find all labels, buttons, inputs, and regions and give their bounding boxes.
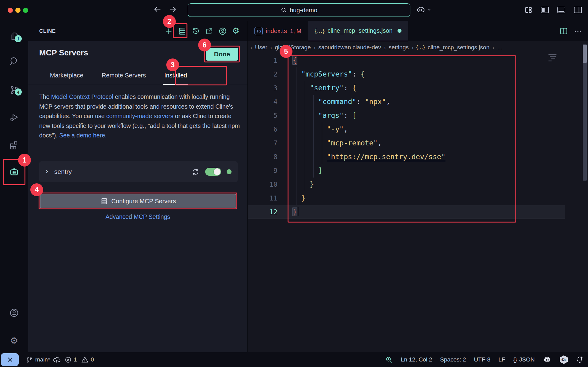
- restart-server-icon[interactable]: [191, 168, 200, 176]
- cline-extension-icon[interactable]: [7, 165, 21, 179]
- editor-scrollbar-thumb[interactable]: [583, 45, 587, 63]
- scm-badge: 4: [15, 88, 22, 95]
- git-branch-status[interactable]: main*: [26, 356, 61, 363]
- server-name: sentry: [54, 168, 72, 175]
- toggle-panel-icon[interactable]: [557, 6, 566, 14]
- code-line[interactable]: 1{: [248, 54, 565, 67]
- chevron-right-icon: ›: [384, 44, 386, 51]
- encoding-setting[interactable]: UTF-8: [474, 356, 491, 363]
- command-center-search[interactable]: bug-demo: [188, 3, 410, 17]
- advanced-mcp-settings-link[interactable]: Advanced MCP Settings: [28, 213, 247, 220]
- code-line[interactable]: 5 "args": [: [248, 109, 565, 122]
- server-enabled-toggle[interactable]: [205, 168, 221, 176]
- split-editor-icon[interactable]: [560, 27, 568, 35]
- code-line[interactable]: 9 ]: [248, 164, 565, 178]
- account-icon[interactable]: [218, 27, 227, 36]
- hexagon-extension-icon[interactable]: 42c: [560, 355, 568, 364]
- line-number: 4: [248, 95, 277, 109]
- copilot-status-icon[interactable]: [543, 356, 552, 364]
- breadcrumb-item[interactable]: settings: [389, 44, 409, 51]
- configure-mcp-servers-button[interactable]: Configure MCP Servers: [40, 194, 236, 208]
- status-bar: main* 1 0 Ln 12, Col 2 Spaces: 2 UTF-8 L…: [0, 352, 588, 367]
- tab-cline-mcp-settings-json[interactable]: {…} cline_mcp_settings.json: [308, 21, 408, 41]
- zoom-indicator-icon[interactable]: [385, 356, 393, 364]
- accounts-icon[interactable]: [7, 306, 21, 320]
- run-debug-icon[interactable]: [7, 111, 21, 124]
- settings-gear-icon[interactable]: ⚙: [7, 334, 21, 347]
- description-text: The: [39, 93, 51, 100]
- settings-gear-icon[interactable]: ⚙: [232, 27, 239, 35]
- sidebar-header: CLINE ⚙: [28, 21, 247, 41]
- eol-setting[interactable]: LF: [498, 356, 505, 363]
- title-bar: bug-demo: [0, 0, 588, 21]
- unsaved-dot-icon[interactable]: [398, 29, 401, 33]
- line-number: 10: [248, 178, 277, 191]
- tab-marketplace[interactable]: Marketplace: [50, 66, 83, 85]
- code-line[interactable]: 7 "mcp-remote",: [248, 136, 565, 150]
- toggle-secondary-sidebar-icon[interactable]: [573, 6, 582, 14]
- search-value: bug-demo: [290, 7, 317, 14]
- sync-cloud-icon[interactable]: [52, 356, 61, 363]
- editor-scrollbar[interactable]: [583, 44, 587, 181]
- chevron-right-icon[interactable]: ›: [45, 167, 48, 175]
- server-row-sentry[interactable]: › sentry: [39, 161, 238, 182]
- tab-label: index.ts: [266, 28, 287, 35]
- breadcrumb-item[interactable]: saoudrizwan.claude-dev: [318, 44, 381, 51]
- breadcrumb-item[interactable]: cline_mcp_settings.json: [428, 44, 490, 51]
- breadcrumb-item[interactable]: globalStorage: [275, 44, 311, 51]
- error-icon: [65, 356, 72, 363]
- code-line[interactable]: 10 }: [248, 178, 565, 191]
- more-actions-icon[interactable]: [574, 27, 582, 35]
- back-icon[interactable]: [153, 5, 162, 13]
- forward-icon[interactable]: [168, 5, 177, 13]
- code-line[interactable]: 8 "https://mcp.sentry.dev/sse": [248, 150, 565, 164]
- language-mode[interactable]: {} JSON: [513, 356, 535, 363]
- problems-status[interactable]: 1 0: [65, 356, 94, 363]
- tab-installed[interactable]: Installed: [164, 66, 187, 85]
- description-link[interactable]: Model Context Protocol: [51, 93, 113, 100]
- copilot-icon: [416, 6, 426, 14]
- configure-button-label: Configure MCP Servers: [111, 198, 176, 205]
- line-number: 2: [248, 67, 277, 81]
- breadcrumb-item[interactable]: User: [255, 44, 267, 51]
- line-number: 3: [248, 81, 277, 95]
- done-button[interactable]: Done: [206, 48, 238, 61]
- tab-remote-servers[interactable]: Remote Servers: [102, 66, 146, 85]
- code-line[interactable]: 11 }: [248, 191, 565, 205]
- line-number: 9: [248, 164, 277, 178]
- toggle-primary-sidebar-icon[interactable]: [540, 6, 549, 14]
- panel-title: MCP Servers: [39, 48, 88, 58]
- code-line[interactable]: 3 "sentry": {: [248, 81, 565, 95]
- indentation-setting[interactable]: Spaces: 2: [440, 356, 466, 363]
- close-window-button[interactable]: [8, 8, 13, 13]
- line-number: 5: [248, 109, 277, 122]
- mcp-servers-rack-icon[interactable]: [178, 27, 187, 36]
- code-line[interactable]: 2 "mcpServers": {: [248, 67, 565, 81]
- search-sidebar-icon[interactable]: [7, 54, 21, 68]
- breadcrumb: ›User›globalStorage›saoudrizwan.claude-d…: [250, 41, 588, 54]
- description-link[interactable]: community-made servers: [106, 113, 173, 119]
- description-link[interactable]: See a demo here.: [59, 132, 107, 139]
- braces-icon: {}: [513, 356, 517, 363]
- copilot-menu[interactable]: [416, 6, 431, 14]
- minimap[interactable]: [548, 53, 561, 62]
- open-in-editor-icon[interactable]: [205, 27, 213, 35]
- customize-layout-icon[interactable]: [524, 6, 533, 14]
- remote-indicator[interactable]: [1, 353, 19, 366]
- code-line[interactable]: 6 "-y",: [248, 122, 565, 136]
- code-line[interactable]: 12}: [248, 205, 565, 219]
- extensions-icon[interactable]: [7, 138, 21, 152]
- tab-index-ts[interactable]: TS index.ts 1, M: [248, 21, 308, 41]
- minimize-window-button[interactable]: [15, 8, 21, 13]
- new-task-plus-icon[interactable]: [165, 27, 173, 35]
- json-file-icon: {…}: [416, 44, 425, 51]
- explorer-badge: 1: [15, 35, 22, 42]
- breadcrumb-item[interactable]: …: [497, 44, 503, 51]
- history-icon[interactable]: [192, 27, 200, 35]
- zoom-window-button[interactable]: [23, 8, 28, 13]
- code-line[interactable]: 4 "command": "npx",: [248, 95, 565, 109]
- cursor-position[interactable]: Ln 12, Col 2: [401, 356, 432, 363]
- editor-tab-bar: TS index.ts 1, M {…} cline_mcp_settings.…: [248, 21, 588, 41]
- line-number: 7: [248, 136, 277, 150]
- notifications-bell-icon[interactable]: [576, 356, 584, 364]
